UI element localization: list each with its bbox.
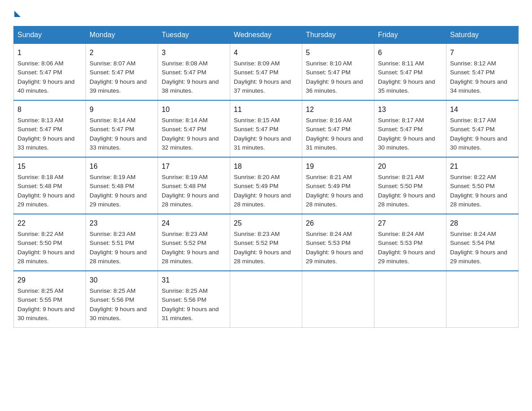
sunrise-text: Sunrise: 8:14 AM — [90, 117, 136, 124]
day-number: 17 — [162, 161, 226, 172]
day-cell: 31Sunrise: 8:25 AMSunset: 5:56 PMDayligh… — [158, 271, 230, 328]
sunset-text: Sunset: 5:52 PM — [162, 240, 206, 246]
daylight-text: Daylight: 9 hours and 37 minutes. — [234, 78, 291, 94]
sunrise-text: Sunrise: 8:22 AM — [450, 174, 496, 180]
sunset-text: Sunset: 5:47 PM — [234, 126, 279, 133]
sunset-text: Sunset: 5:47 PM — [306, 126, 351, 133]
daylight-text: Daylight: 9 hours and 28 minutes. — [90, 249, 147, 265]
sunset-text: Sunset: 5:49 PM — [234, 183, 279, 189]
day-header-wednesday: Wednesday — [230, 26, 302, 44]
sunrise-text: Sunrise: 8:23 AM — [234, 231, 280, 237]
day-cell: 25Sunrise: 8:23 AMSunset: 5:52 PMDayligh… — [230, 214, 302, 271]
day-number: 1 — [17, 47, 82, 58]
day-cell: 6Sunrise: 8:11 AMSunset: 5:47 PMDaylight… — [374, 44, 446, 101]
week-row-1: 1Sunrise: 8:06 AMSunset: 5:47 PMDaylight… — [14, 44, 519, 101]
daylight-text: Daylight: 9 hours and 29 minutes. — [306, 249, 363, 265]
day-cell: 20Sunrise: 8:21 AMSunset: 5:50 PMDayligh… — [374, 157, 446, 214]
sunset-text: Sunset: 5:47 PM — [90, 126, 134, 133]
day-cell: 11Sunrise: 8:15 AMSunset: 5:47 PMDayligh… — [230, 100, 302, 157]
day-cell: 14Sunrise: 8:17 AMSunset: 5:47 PMDayligh… — [446, 100, 519, 157]
day-number: 13 — [378, 104, 442, 115]
sunrise-text: Sunrise: 8:19 AM — [162, 174, 208, 180]
sunset-text: Sunset: 5:47 PM — [378, 126, 423, 133]
daylight-text: Daylight: 9 hours and 30 minutes. — [378, 135, 435, 151]
daylight-text: Daylight: 9 hours and 31 minutes. — [306, 135, 363, 151]
day-number: 3 — [162, 47, 226, 58]
day-cell: 18Sunrise: 8:20 AMSunset: 5:49 PMDayligh… — [230, 157, 302, 214]
day-cell — [302, 271, 374, 328]
daylight-text: Daylight: 9 hours and 32 minutes. — [162, 135, 219, 151]
day-header-monday: Monday — [86, 26, 158, 44]
day-cell: 24Sunrise: 8:23 AMSunset: 5:52 PMDayligh… — [158, 214, 230, 271]
sunrise-text: Sunrise: 8:25 AM — [17, 287, 64, 294]
day-number: 24 — [162, 218, 226, 229]
day-cell: 22Sunrise: 8:22 AMSunset: 5:50 PMDayligh… — [14, 214, 86, 271]
day-cell: 12Sunrise: 8:16 AMSunset: 5:47 PMDayligh… — [302, 100, 374, 157]
day-number: 15 — [17, 161, 82, 172]
day-header-tuesday: Tuesday — [158, 26, 230, 44]
day-number: 14 — [450, 104, 515, 115]
days-header-row: SundayMondayTuesdayWednesdayThursdayFrid… — [14, 26, 519, 44]
day-header-sunday: Sunday — [14, 26, 86, 44]
daylight-text: Daylight: 9 hours and 33 minutes. — [90, 135, 147, 151]
day-number: 20 — [378, 161, 442, 172]
day-cell: 1Sunrise: 8:06 AMSunset: 5:47 PMDaylight… — [14, 44, 86, 101]
day-cell: 19Sunrise: 8:21 AMSunset: 5:49 PMDayligh… — [302, 157, 374, 214]
sunrise-text: Sunrise: 8:10 AM — [306, 60, 352, 67]
week-row-2: 8Sunrise: 8:13 AMSunset: 5:47 PMDaylight… — [14, 100, 519, 157]
sunset-text: Sunset: 5:55 PM — [17, 296, 62, 303]
sunset-text: Sunset: 5:53 PM — [306, 240, 351, 246]
day-number: 28 — [450, 218, 515, 229]
daylight-text: Daylight: 9 hours and 31 minutes. — [162, 306, 219, 321]
sunset-text: Sunset: 5:47 PM — [17, 126, 62, 133]
daylight-text: Daylight: 9 hours and 29 minutes. — [17, 192, 75, 208]
sunset-text: Sunset: 5:47 PM — [17, 69, 62, 76]
sunset-text: Sunset: 5:47 PM — [90, 69, 134, 76]
day-number: 26 — [306, 218, 370, 229]
day-number: 2 — [90, 47, 154, 58]
day-header-friday: Friday — [374, 26, 446, 44]
day-number: 19 — [306, 161, 370, 172]
day-cell: 13Sunrise: 8:17 AMSunset: 5:47 PMDayligh… — [374, 100, 446, 157]
sunset-text: Sunset: 5:50 PM — [450, 183, 495, 189]
day-cell — [374, 271, 446, 328]
daylight-text: Daylight: 9 hours and 30 minutes. — [90, 306, 147, 321]
sunset-text: Sunset: 5:47 PM — [450, 126, 495, 133]
day-cell: 8Sunrise: 8:13 AMSunset: 5:47 PMDaylight… — [14, 100, 86, 157]
day-cell: 10Sunrise: 8:14 AMSunset: 5:47 PMDayligh… — [158, 100, 230, 157]
sunrise-text: Sunrise: 8:24 AM — [378, 231, 424, 237]
sunrise-text: Sunrise: 8:24 AM — [306, 231, 352, 237]
daylight-text: Daylight: 9 hours and 29 minutes. — [378, 249, 435, 265]
daylight-text: Daylight: 9 hours and 30 minutes. — [17, 306, 75, 321]
day-cell: 3Sunrise: 8:08 AMSunset: 5:47 PMDaylight… — [158, 44, 230, 101]
day-cell: 4Sunrise: 8:09 AMSunset: 5:47 PMDaylight… — [230, 44, 302, 101]
sunset-text: Sunset: 5:47 PM — [162, 126, 206, 133]
sunrise-text: Sunrise: 8:24 AM — [450, 231, 496, 237]
daylight-text: Daylight: 9 hours and 29 minutes. — [90, 192, 147, 208]
day-number: 18 — [234, 161, 298, 172]
page-header — [13, 9, 519, 17]
sunset-text: Sunset: 5:54 PM — [450, 240, 495, 246]
week-row-5: 29Sunrise: 8:25 AMSunset: 5:55 PMDayligh… — [14, 271, 519, 328]
day-cell: 9Sunrise: 8:14 AMSunset: 5:47 PMDaylight… — [86, 100, 158, 157]
day-number: 25 — [234, 218, 298, 229]
day-number: 8 — [17, 104, 82, 115]
day-number: 21 — [450, 161, 515, 172]
day-number: 12 — [306, 104, 370, 115]
day-cell: 21Sunrise: 8:22 AMSunset: 5:50 PMDayligh… — [446, 157, 519, 214]
sunset-text: Sunset: 5:47 PM — [450, 69, 495, 76]
day-cell: 15Sunrise: 8:18 AMSunset: 5:48 PMDayligh… — [14, 157, 86, 214]
sunset-text: Sunset: 5:51 PM — [90, 240, 134, 246]
sunrise-text: Sunrise: 8:22 AM — [17, 231, 64, 237]
sunset-text: Sunset: 5:48 PM — [90, 183, 134, 189]
logo — [13, 9, 21, 17]
day-number: 10 — [162, 104, 226, 115]
day-number: 6 — [378, 47, 442, 58]
sunrise-text: Sunrise: 8:06 AM — [17, 60, 64, 67]
daylight-text: Daylight: 9 hours and 38 minutes. — [162, 78, 219, 94]
day-header-saturday: Saturday — [446, 26, 519, 44]
daylight-text: Daylight: 9 hours and 40 minutes. — [17, 78, 75, 94]
day-number: 5 — [306, 47, 370, 58]
sunrise-text: Sunrise: 8:17 AM — [378, 117, 424, 124]
daylight-text: Daylight: 9 hours and 29 minutes. — [450, 249, 507, 265]
